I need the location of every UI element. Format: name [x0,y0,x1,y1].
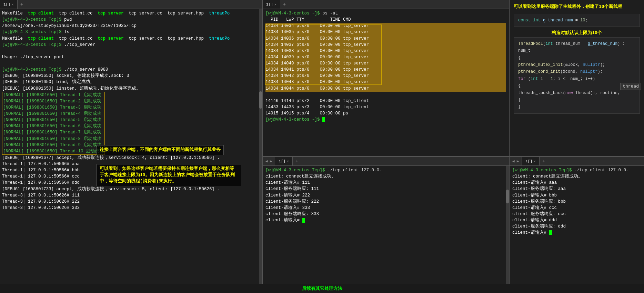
nav-right-arrow-2[interactable]: ▶ [517,159,519,163]
annotation-service-threads: 可以看到这里服务端除了主线程外，创建了10个新线程 [514,3,640,10]
right-bottom-right-tab-close[interactable]: ✕ [534,159,536,163]
right-bottom-left-tab[interactable]: 1[] ✕ [275,157,293,165]
client-output-1: [wj@VM-4-3-centos Tcp]$ ./tcp_client 127… [265,167,506,223]
right-bottom-right-tab-label: 1[] [525,159,532,163]
annotation-client-limit: 可以看到，如果这些客户端若需要保持长期连接客户端，那么变相等于客户端连接上限为1… [97,164,241,186]
annotation-connect-two-clients: 连接上两台客户端，不同的客户端由不同的新线程执行其业务 [97,145,224,155]
right-top-left-tab-add[interactable]: + [280,2,289,7]
right-bottom-left-content: [wj@VM-4-3-centos Tcp]$ ./tcp_client 127… [263,166,509,284]
right-bottom-left-tab-label: 1[] [279,159,285,163]
right-top-left-content: [wj@VM-4-3-centos ~]$ ps -aL PID LWP TTY… [263,9,509,156]
right-bottom-left-panel: ◀ ▶ 1[] ✕ + [wj@VM-4-3-centos Tcp]$ ./tc… [263,157,510,284]
right-bottom-right-tab[interactable]: 1[] ✕ [522,157,540,165]
left-tab-1[interactable]: 1[] ✕ [0,0,18,9]
scroll-bar-rbottom-left[interactable] [506,166,509,284]
right-top-left-tab[interactable]: 1[] ✕ [263,0,280,9]
left-tab-label: 1[] [3,2,10,7]
right-bottom-right-content: [wj@VM-4-3-centos Tcp]$ ./tcp_client 127… [510,166,644,284]
code-block-2: ThreadPool(int thread_num = g_thread_num… [514,37,640,114]
right-top-left-panel: 1[] ✕ + [wj@VM-4-3-centos ~]$ ps -aL PID… [263,0,510,156]
right-bottom-left-tab-close[interactable]: ✕ [287,159,289,163]
right-top-row: 1[] ✕ + [wj@VM-4-3-centos ~]$ ps -aL PID… [263,0,644,157]
left-terminal-content: Makefile tcp_client tcp_client.cc tcp_se… [0,9,262,284]
left-terminal-panel: 1[] ✕ + Makefile tcp_client tcp_client.c… [0,0,263,284]
right-top-left-tab-label: 1[] [266,2,273,7]
right-bottom-right-panel: ◀ ▶ 1[] ✕ + [wj@VM-4-3-centos Tcp]$ ./tc… [510,157,644,284]
left-tab-bar: 1[] ✕ + [0,0,262,9]
ps-output: [wj@VM-4-3-centos ~]$ ps -aL PID LWP TTY… [265,10,506,123]
right-bottom-right-nav: ◀ ▶ [510,159,522,163]
bottom-text: 后续有其它处理方法 [0,284,644,293]
nav-right-arrow[interactable]: ▶ [270,159,272,163]
right-bottom-right-tab-bar: ◀ ▶ 1[] ✕ + [510,157,644,166]
client-output-2: [wj@VM-4-3-centos Tcp]$ ./tcp_client 127… [512,167,641,236]
right-bottom-left-tab-add[interactable]: + [293,159,301,164]
scroll-bar-left[interactable] [259,9,262,284]
right-bottom-left-tab-bar: ◀ ▶ 1[] ✕ + [263,157,509,166]
right-top-right-panel: 可以看到这里服务端除了主线程外，创建了10个新线程 const int g_th… [510,0,644,156]
left-tab-close[interactable]: ✕ [12,2,14,7]
right-top-left-tab-bar: 1[] ✕ + [263,0,509,9]
code-block: const int g_thread_num = 10; [514,14,640,27]
left-tab-add[interactable]: + [18,2,26,7]
right-bottom-right-tab-add[interactable]: + [540,159,548,164]
annotation-constructor-default: 构造时默认认上限为10个 [514,30,640,36]
right-top-left-tab-close[interactable]: ✕ [274,2,276,7]
nav-left-arrow[interactable]: ◀ [265,159,268,163]
nav-left-arrow-2[interactable]: ◀ [512,159,515,163]
right-bottom-row: ◀ ▶ 1[] ✕ + [wj@VM-4-3-centos Tcp]$ ./tc… [263,157,644,284]
right-panel: 1[] ✕ + [wj@VM-4-3-centos ~]$ ps -aL PID… [263,0,644,284]
right-bottom-left-nav: ◀ ▶ [263,159,275,163]
thread-label: thread [620,83,641,90]
